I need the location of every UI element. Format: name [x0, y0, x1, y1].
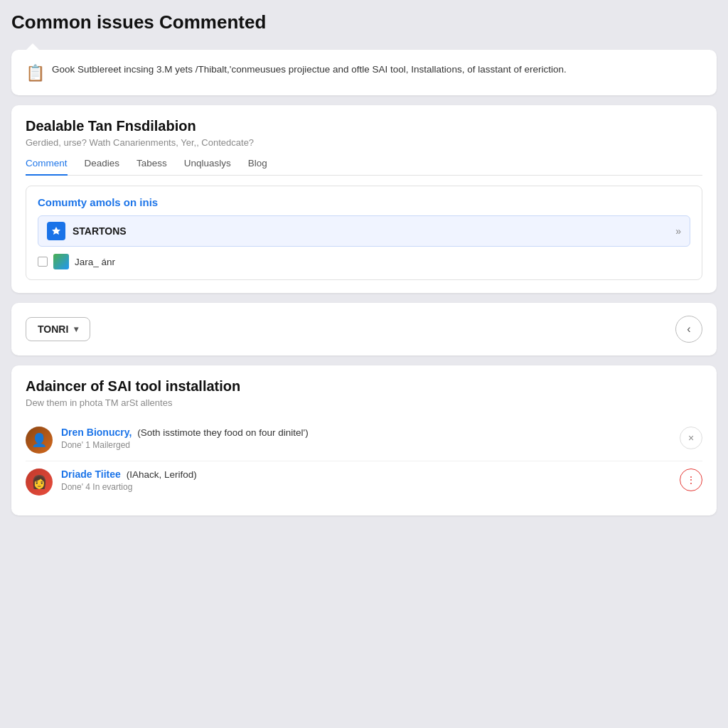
community-box: Comumty amols on inis STARTONS » Jara_ á… — [26, 186, 702, 280]
tab-unqluaslys[interactable]: Unqluaslys — [184, 158, 231, 176]
tab-blog[interactable]: Blog — [248, 158, 267, 176]
dealable-card: Dealable Tan Fnsdilabion Gerdied, urse? … — [11, 105, 717, 293]
comments-title: Adaincer of SAI tool installation — [26, 378, 702, 395]
comment-item: 👩 Driade Tiitee (IAhack, Lerifod) Done' … — [26, 461, 702, 503]
comment-text: (Soth isstimote they food on four dinite… — [137, 427, 308, 438]
tab-deadies[interactable]: Deadies — [85, 158, 120, 176]
startons-arrow: » — [675, 225, 681, 237]
tonri-card: TONRI ▾ ‹ — [11, 303, 717, 355]
community-title: Comumty amols on inis — [38, 196, 690, 208]
avatar: 👤 — [26, 427, 53, 454]
java-row[interactable]: Jara_ ánr — [38, 254, 690, 269]
tonri-row: TONRI ▾ ‹ — [26, 316, 702, 343]
startons-row[interactable]: STARTONS » — [38, 215, 690, 247]
comment-meta: Done' 4 In evartiog — [61, 482, 671, 492]
clipboard-icon: 📋 — [26, 64, 45, 82]
startons-label: STARTONS — [73, 225, 668, 237]
comment-author: Driade Tiitee — [61, 469, 121, 480]
avatar: 👩 — [26, 469, 53, 496]
java-checkbox[interactable] — [38, 257, 48, 267]
page-title: Common issues Commented — [11, 11, 717, 33]
comment-content: Driade Tiitee (IAhack, Lerifod) Done' 4 … — [61, 469, 671, 492]
tab-comment[interactable]: Comment — [26, 158, 68, 176]
back-icon: ‹ — [687, 323, 690, 336]
comment-item: 👤 Dren Bionucry, (Soth isstimote they fo… — [26, 419, 702, 461]
comment-meta: Done' 1 Mailerged — [61, 440, 671, 450]
info-card: 📋 Gook Sutblereet incsing 3.M yets /Thib… — [11, 50, 717, 95]
java-label: Jara_ ánr — [75, 257, 115, 267]
comment-content: Dren Bionucry, (Soth isstimote they food… — [61, 427, 671, 450]
dealable-title: Dealable Tan Fnsdilabion — [26, 118, 702, 134]
tab-tabess[interactable]: Tabess — [136, 158, 167, 176]
tonri-dropdown[interactable]: TONRI ▾ — [26, 317, 90, 341]
dealable-subtitle: Gerdied, urse? Wath Canarienments, Yer,,… — [26, 137, 702, 148]
comment-more-button[interactable]: ⋮ — [680, 469, 702, 491]
comments-subtitle: Dew them in phota TM arSt allentes — [26, 397, 702, 408]
back-button[interactable]: ‹ — [675, 316, 702, 343]
startons-icon — [47, 222, 65, 240]
info-text: Gook Sutblereet incsing 3.M yets /Thibal… — [52, 63, 567, 77]
chevron-down-icon: ▾ — [74, 324, 78, 334]
comment-dismiss-button[interactable]: × — [680, 427, 702, 449]
comments-card: Adaincer of SAI tool installation Dew th… — [11, 365, 717, 515]
comment-text: (IAhack, Lerifod) — [127, 469, 197, 480]
comment-author: Dren Bionucry, — [61, 427, 132, 438]
java-icon — [53, 254, 69, 269]
tonri-label: TONRI — [38, 323, 68, 335]
tabs-bar: Comment Deadies Tabess Unqluaslys Blog — [26, 158, 702, 176]
